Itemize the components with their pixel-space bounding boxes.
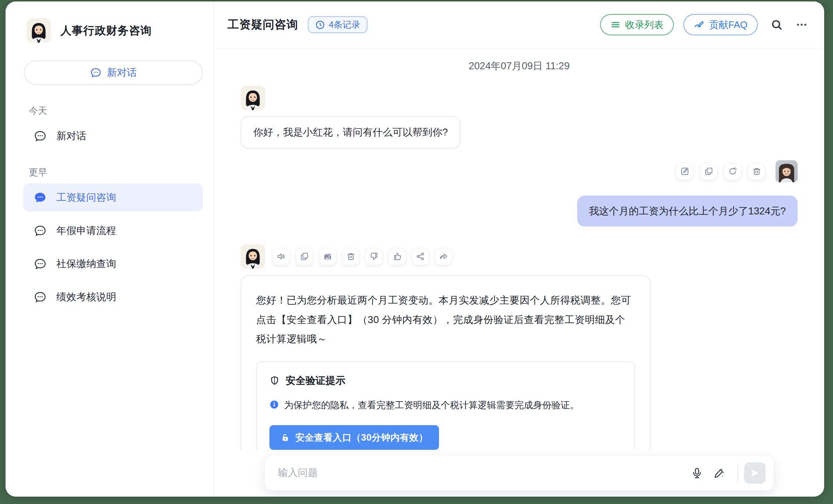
list-icon — [610, 20, 621, 30]
sidebar-item-label: 社保缴纳查询 — [56, 257, 116, 270]
chat-header: 工资疑问咨询 4条记录 收录列表 — [214, 1, 824, 48]
assistant-avatar — [27, 18, 51, 43]
user-avatar — [776, 160, 798, 182]
copy-message-button[interactable] — [700, 163, 717, 180]
sidebar-item-salary-question[interactable]: 工资疑问咨询 — [23, 183, 203, 211]
regenerate-button[interactable] — [724, 163, 741, 180]
bot-greeting-bubble: 你好，我是小红花，请问有什么可以帮到你? — [241, 116, 460, 148]
edit-message-button[interactable] — [676, 163, 693, 180]
thumbs-up-button[interactable] — [388, 248, 406, 265]
bot-reply-text: 您好！已为您分析最近两个月工资变动。本月实发减少主要因个人所得税调整。您可点击【… — [256, 291, 635, 349]
app-window: 人事行政财务咨询 新对话 今天 — [6, 1, 824, 497]
chat-bubble-icon — [90, 67, 102, 78]
section-today: 今天 — [29, 105, 214, 117]
conversation-date: 2024年07月09日 11:29 — [241, 59, 798, 73]
message-list: 2024年07月09日 11:29 你好，我是小红花，请问有什么可 — [214, 48, 824, 450]
microphone-icon[interactable] — [686, 467, 708, 479]
delete-message-button[interactable] — [748, 163, 765, 180]
sidebar-item-label: 工资疑问咨询 — [56, 191, 116, 204]
sidebar-item-label: 绩效考核说明 — [56, 290, 116, 304]
message-input-bar — [264, 455, 774, 491]
info-icon — [269, 400, 279, 409]
sidebar-item-label: 年假申请流程 — [56, 224, 116, 237]
unlock-icon — [280, 433, 290, 442]
new-chat-label: 新对话 — [107, 66, 137, 79]
desktop-background: { "sidebar": { "app_title": "人事行政财务咨询", … — [0, 0, 833, 504]
collect-list-label: 收录列表 — [625, 18, 663, 31]
input-actions — [686, 462, 766, 484]
save-image-button[interactable] — [319, 248, 336, 265]
security-info-row: 为保护您的隐私，查看完整工资明细及个税计算逻辑需要完成身份验证。 — [269, 398, 622, 412]
secure-view-entry-label: 安全查看入口（30分钟内有效） — [295, 431, 428, 444]
bot-avatar — [241, 86, 265, 110]
conversation-title: 工资疑问咨询 — [227, 17, 298, 32]
chat-bubble-icon — [34, 129, 47, 143]
read-aloud-button[interactable] — [272, 248, 290, 265]
shield-icon — [269, 375, 280, 386]
sidebar: 人事行政财务咨询 新对话 今天 — [6, 1, 214, 497]
contribute-faq-button[interactable]: 贡献FAQ — [683, 14, 758, 35]
bot-avatar — [241, 244, 265, 269]
records-badge[interactable]: 4条记录 — [308, 16, 367, 33]
thumbs-down-button[interactable] — [365, 248, 383, 265]
input-divider — [738, 465, 738, 482]
more-options-icon[interactable] — [795, 18, 808, 31]
sidebar-item-social-insurance[interactable]: 社保缴纳查询 — [23, 250, 203, 278]
security-card-header: 安全验证提示 — [269, 374, 622, 387]
hand-pen-icon — [694, 19, 705, 30]
sidebar-item-new-chat[interactable]: 新对话 — [23, 122, 203, 150]
sidebar-item-annual-leave[interactable]: 年假申请流程 — [23, 217, 203, 245]
bot-message-toolbar — [272, 248, 452, 265]
collect-list-button[interactable]: 收录列表 — [600, 14, 674, 35]
magic-pen-icon[interactable] — [708, 467, 730, 479]
new-chat-button[interactable]: 新对话 — [24, 60, 203, 85]
share-button[interactable] — [412, 248, 429, 265]
chat-bubble-icon — [34, 257, 47, 270]
app-title: 人事行政财务咨询 — [60, 23, 152, 38]
sidebar-item-performance-review[interactable]: 绩效考核说明 — [23, 283, 203, 311]
clock-icon — [315, 20, 325, 30]
user-message-block: 我这个月的工资为什么比上个月少了1324元? — [241, 160, 798, 227]
delete-reply-button[interactable] — [342, 248, 359, 265]
contribute-faq-label: 贡献FAQ — [709, 18, 747, 31]
user-message-toolbar — [676, 160, 798, 182]
user-message-bubble: 我这个月的工资为什么比上个月少了1324元? — [577, 196, 798, 227]
chat-bubble-icon — [34, 191, 47, 204]
bot-message-reply: 您好！已为您分析最近两个月工资变动。本月实发减少主要因个人所得税调整。您可点击【… — [241, 244, 798, 450]
section-earlier: 更早 — [29, 166, 214, 178]
secure-view-entry-button[interactable]: 安全查看入口（30分钟内有效） — [269, 425, 439, 450]
security-verification-card: 安全验证提示 为保护您的隐私，查看完整工资明细及个税计算逻辑需要完成身份验证。 — [256, 361, 635, 450]
forward-button[interactable] — [435, 248, 452, 265]
chat-bubble-icon — [34, 224, 47, 237]
bot-reply-card: 您好！已为您分析最近两个月工资变动。本月实发减少主要因个人所得税调整。您可点击【… — [241, 275, 651, 450]
copy-reply-button[interactable] — [296, 248, 313, 265]
main-panel: 工资疑问咨询 4条记录 收录列表 — [214, 1, 824, 497]
send-button[interactable] — [744, 462, 766, 484]
sidebar-header: 人事行政财务咨询 — [6, 1, 214, 43]
records-badge-label: 4条记录 — [329, 19, 360, 31]
bot-message-greeting: 你好，我是小红花，请问有什么可以帮到你? — [241, 86, 798, 148]
sidebar-item-label: 新对话 — [56, 129, 86, 143]
security-info-text: 为保护您的隐私，查看完整工资明细及个税计算逻辑需要完成身份验证。 — [284, 398, 579, 412]
search-icon[interactable] — [770, 18, 783, 31]
security-card-title: 安全验证提示 — [286, 374, 345, 387]
question-input[interactable] — [278, 467, 686, 479]
bot-reply-header — [241, 244, 798, 269]
chat-bubble-icon — [34, 290, 47, 304]
